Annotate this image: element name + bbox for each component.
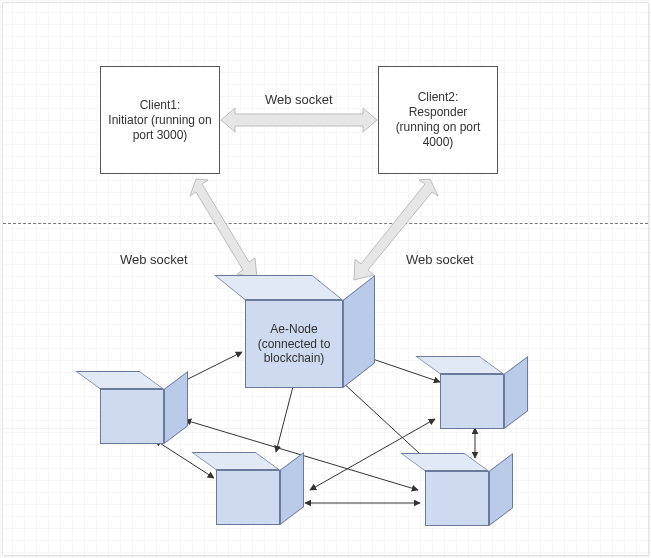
peer-node-3[interactable] xyxy=(440,356,530,431)
label-ws-right: Web socket xyxy=(406,252,474,267)
client2-title: Client2: xyxy=(418,90,459,105)
label-ws-left: Web socket xyxy=(120,252,188,267)
ae-node-title: Ae-Node xyxy=(270,322,317,336)
client2-desc: Responder (running on port 4000) xyxy=(385,105,491,150)
client1-desc: Initiator (running on port 3000) xyxy=(107,113,213,143)
ae-node-desc: (connected to blockchain) xyxy=(249,337,339,366)
peer-node-4[interactable] xyxy=(425,453,515,528)
section-divider xyxy=(3,223,648,224)
ae-node-cube[interactable]: Ae-Node (connected to blockchain) xyxy=(245,275,375,390)
peer-node-2[interactable] xyxy=(216,452,306,527)
peer-node-1[interactable] xyxy=(100,371,190,446)
client1-title: Client1: xyxy=(140,98,181,113)
label-ws-top: Web socket xyxy=(265,92,333,107)
client1-box[interactable]: Client1: Initiator (running on port 3000… xyxy=(100,66,220,174)
client2-box[interactable]: Client2: Responder (running on port 4000… xyxy=(378,66,498,174)
